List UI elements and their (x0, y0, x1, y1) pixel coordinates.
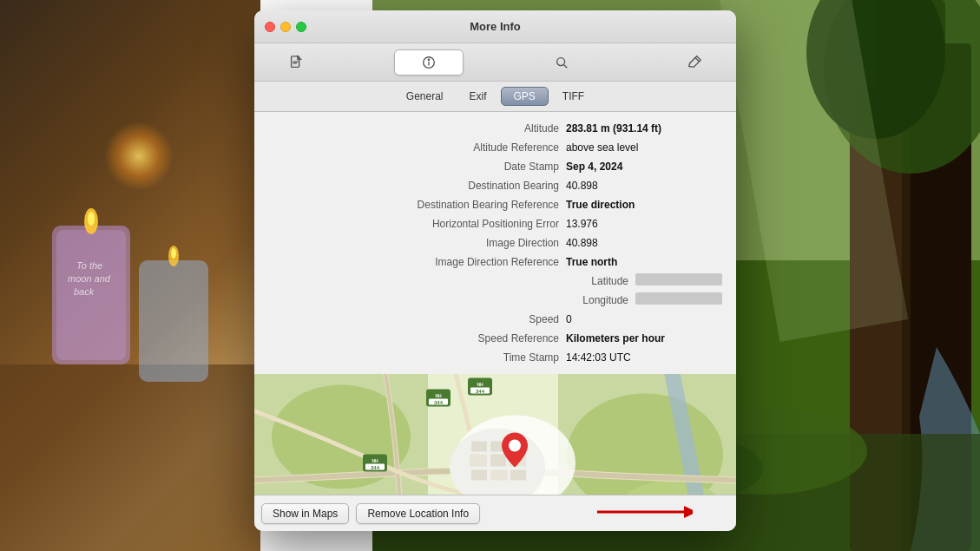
gps-row-speed: Speed 0 (268, 310, 722, 329)
gps-row-speed-ref: Speed Reference Kilometers per hour (268, 329, 722, 348)
toolbar-file-button[interactable] (261, 49, 331, 75)
svg-rect-0 (0, 364, 260, 551)
gps-label-altitude: Altitude (375, 121, 566, 136)
svg-text:NH: NH (435, 393, 442, 398)
svg-point-4 (88, 212, 95, 226)
content-area: Altitude 283.81 m (931.14 ft) Altitude R… (254, 112, 736, 495)
svg-text:To the: To the (76, 260, 102, 271)
map-area: NH 344 NH 344 NH 344 (254, 374, 736, 495)
gps-table: Altitude 283.81 m (931.14 ft) Altitude R… (254, 112, 736, 374)
svg-point-25 (428, 59, 429, 60)
show-in-maps-button[interactable]: Show in Maps (261, 503, 349, 524)
svg-text:344: 344 (434, 400, 444, 405)
gps-row-dest-bearing-ref: Destination Bearing Reference True direc… (268, 195, 722, 214)
gps-row-altitude: Altitude 283.81 m (931.14 ft) (268, 119, 722, 138)
svg-point-10 (171, 248, 176, 259)
gps-row-img-dir: Image Direction 40.898 (268, 233, 722, 253)
gps-label-speed-ref: Speed Reference (375, 331, 566, 346)
gps-row-latitude: Latitude (268, 272, 722, 291)
svg-rect-45 (510, 470, 526, 481)
gps-row-date-stamp: Date Stamp Sep 4, 2024 (268, 157, 722, 176)
svg-text:NH: NH (477, 382, 483, 387)
gps-label-hpe: Horizontal Positioning Error (375, 216, 566, 232)
gps-label-altitude-ref: Altitude Reference (375, 140, 566, 155)
toolbar-search-button[interactable] (527, 49, 596, 75)
arrow-annotation (589, 499, 693, 528)
gps-row-longitude: Longitude (268, 291, 722, 310)
gps-value-latitude (635, 273, 722, 285)
map-svg: NH 344 NH 344 NH 344 (254, 374, 736, 495)
minimize-button[interactable] (280, 22, 291, 32)
background-left: To the moon and back (0, 0, 260, 551)
svg-rect-8 (139, 260, 208, 382)
svg-rect-41 (490, 455, 506, 467)
gps-label-img-dir-ref: Image Direction Reference (375, 254, 566, 270)
svg-rect-43 (471, 470, 487, 481)
gps-label-speed: Speed (375, 312, 566, 327)
svg-rect-37 (471, 442, 487, 452)
gps-label-longitude: Longitude (444, 292, 635, 308)
close-button[interactable] (265, 22, 275, 32)
svg-text:back: back (74, 286, 95, 297)
toolbar-edit-button[interactable] (660, 49, 729, 75)
svg-text:moon and: moon and (68, 273, 111, 284)
svg-marker-70 (684, 506, 693, 518)
traffic-lights (265, 22, 306, 32)
svg-text:NH: NH (372, 458, 378, 463)
tab-exif[interactable]: Exif (457, 87, 499, 106)
svg-text:344: 344 (371, 465, 380, 470)
maximize-button[interactable] (296, 22, 306, 32)
more-info-window: More Info (254, 10, 736, 531)
gps-value-dest-bearing: 40.898 (566, 178, 722, 194)
gps-row-hpe: Horizontal Positioning Error 13.976 (268, 214, 722, 233)
gps-row-altitude-ref: Altitude Reference above sea level (268, 138, 722, 157)
file-icon (288, 55, 304, 70)
bottom-bar: Show in Maps Remove Location Info (254, 495, 736, 531)
titlebar: More Info (254, 10, 736, 43)
svg-point-68 (509, 440, 521, 452)
gps-label-img-dir: Image Direction (375, 235, 566, 251)
gps-label-dest-bearing: Destination Bearing (375, 178, 566, 194)
tab-gps[interactable]: GPS (501, 87, 549, 106)
gps-value-img-dir-ref: True north (566, 254, 722, 270)
gps-value-speed: 0 (566, 312, 722, 327)
gps-value-hpe: 13.976 (566, 216, 722, 232)
gps-value-dest-bearing-ref: True direction (566, 197, 722, 213)
search-icon (554, 55, 569, 70)
gps-label-time-stamp: Time Stamp (375, 350, 566, 365)
gps-value-time-stamp: 14:42:03 UTC (566, 350, 722, 365)
toolbar-info-button[interactable] (394, 49, 464, 75)
gps-value-altitude-ref: above sea level (566, 140, 722, 155)
svg-text:344: 344 (476, 389, 485, 394)
gps-row-dest-bearing: Destination Bearing 40.898 (268, 176, 722, 195)
gps-row-time-stamp: Time Stamp 14:42:03 UTC (268, 348, 722, 367)
tabs-row: General Exif GPS TIFF (254, 82, 736, 112)
svg-rect-44 (490, 470, 508, 481)
gps-value-altitude: 283.81 m (931.14 ft) (566, 121, 722, 136)
tab-tiff[interactable]: TIFF (550, 87, 596, 106)
gps-label-date-stamp: Date Stamp (375, 159, 566, 174)
gps-value-date-stamp: Sep 4, 2024 (566, 159, 722, 174)
edit-icon (687, 55, 702, 70)
gps-row-img-dir-ref: Image Direction Reference True north (268, 253, 722, 272)
toolbar (254, 43, 736, 82)
gps-value-longitude (635, 292, 722, 305)
info-icon (421, 55, 437, 70)
gps-label-latitude: Latitude (444, 273, 635, 289)
gps-value-img-dir: 40.898 (566, 235, 722, 251)
svg-rect-40 (470, 455, 487, 467)
remove-location-button[interactable]: Remove Location Info (356, 503, 480, 524)
window-title: More Info (470, 20, 521, 33)
gps-label-dest-bearing-ref: Destination Bearing Reference (375, 197, 566, 213)
svg-point-26 (557, 57, 565, 65)
tab-general[interactable]: General (394, 87, 456, 106)
gps-value-speed-ref: Kilometers per hour (566, 331, 722, 346)
svg-line-27 (564, 64, 568, 68)
